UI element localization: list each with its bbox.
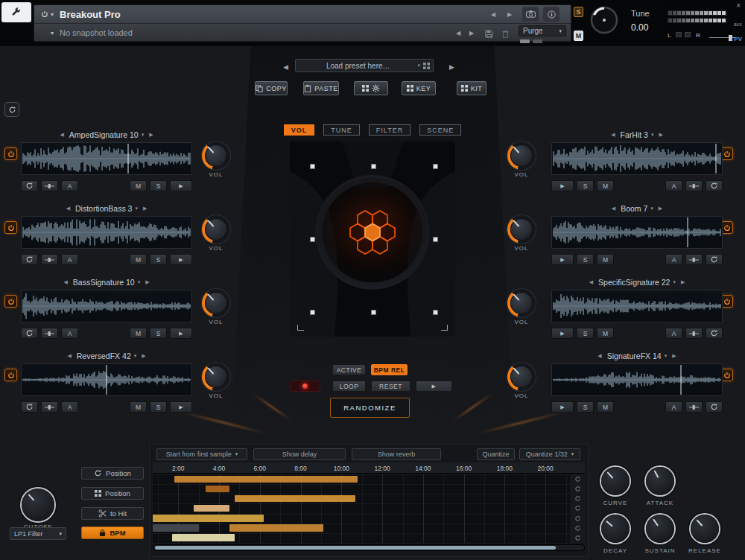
prev-sample-arrow[interactable]: ◀ [589, 279, 593, 285]
prev-preset-arrow[interactable]: ◀ [283, 63, 288, 71]
reload-sample-button[interactable] [21, 254, 38, 265]
delete-snapshot-icon[interactable] [499, 28, 511, 39]
waveform-display[interactable] [22, 144, 191, 174]
reload-sample-button[interactable] [21, 180, 38, 191]
timeline-bar[interactable] [194, 505, 229, 512]
mute-badge[interactable]: M [574, 31, 583, 41]
close-icon[interactable]: × [736, 1, 741, 10]
reload-sample-button[interactable] [21, 328, 38, 339]
solo-badge[interactable]: S [574, 7, 583, 17]
row-loop-icon[interactable] [571, 494, 585, 503]
sample-name-dropdown[interactable]: ReversedFX 42▾ [77, 351, 136, 360]
key-mode-button[interactable]: KEY [402, 81, 436, 95]
waveform-display[interactable] [22, 365, 191, 395]
timeline-grid[interactable] [153, 474, 570, 543]
quantize-button[interactable]: Quantize [477, 448, 515, 460]
prev-sample-arrow[interactable]: ◀ [612, 206, 615, 211]
timeline-bar[interactable] [153, 515, 264, 522]
play-sample-button[interactable]: ▶ [170, 180, 192, 191]
volume-knob[interactable] [507, 141, 536, 170]
row-loop-icon[interactable] [571, 484, 585, 494]
waveform-display[interactable] [553, 365, 721, 395]
power-button[interactable] [4, 221, 17, 234]
tune-value[interactable]: 0.00 [631, 22, 648, 33]
timeline-bar[interactable] [174, 476, 358, 483]
attack-knob[interactable] [646, 467, 674, 495]
selection-handle[interactable] [433, 237, 438, 242]
position-loop-button[interactable]: Position [81, 467, 144, 480]
mute-button[interactable]: M [130, 254, 147, 265]
row-loop-icon[interactable] [571, 514, 585, 524]
chevron-down-icon[interactable]: ▾ [51, 11, 54, 18]
prev-sample-arrow[interactable]: ◀ [67, 353, 71, 359]
reload-sample-button[interactable] [706, 180, 723, 191]
global-reload-button[interactable] [4, 102, 19, 117]
chevron-down-icon[interactable]: ▾ [51, 30, 54, 36]
timeline-ruler[interactable]: 2:004:006:008:0010:0012:0014:0016:0018:0… [153, 462, 585, 474]
next-instrument-arrow[interactable]: ▶ [507, 11, 512, 18]
kit-settings-button[interactable] [354, 81, 388, 95]
sample-name-dropdown[interactable]: SignatureFX 14▾ [607, 351, 667, 360]
play-sample-button[interactable]: ▶ [551, 328, 574, 339]
selection-handle[interactable] [310, 237, 315, 242]
selection-handle[interactable] [371, 164, 376, 169]
kit-mode-button[interactable]: KIT [457, 81, 486, 95]
timeline-bar[interactable] [235, 495, 356, 503]
mute-button[interactable]: M [597, 328, 614, 339]
decay-knob[interactable] [601, 515, 630, 543]
tune-knob[interactable] [589, 5, 619, 35]
row-loop-icon[interactable] [571, 474, 585, 484]
trim-button[interactable] [41, 254, 58, 265]
reset-button[interactable]: RESET [371, 381, 410, 392]
prev-sample-arrow[interactable]: ◀ [66, 206, 70, 211]
next-sample-arrow[interactable]: ▶ [142, 353, 145, 359]
waveform-display[interactable] [553, 144, 721, 174]
prev-sample-arrow[interactable]: ◀ [611, 132, 615, 138]
selection-handle[interactable] [433, 310, 438, 315]
waveform-display[interactable] [553, 217, 721, 247]
trim-button[interactable] [41, 180, 58, 191]
mute-button[interactable]: M [130, 401, 147, 413]
snapshot-camera-icon[interactable] [522, 7, 539, 22]
play-sample-button[interactable]: ▶ [170, 328, 192, 339]
bpm-rel-button[interactable]: BPM REL [371, 364, 408, 375]
show-delay-button[interactable]: Show delay [253, 448, 346, 460]
prev-snapshot-arrow[interactable]: ◀ [456, 30, 460, 36]
info-icon[interactable] [543, 7, 559, 22]
active-button[interactable]: ACTIVE [332, 364, 366, 375]
prev-instrument-arrow[interactable]: ◀ [491, 11, 495, 18]
mute-button[interactable]: M [597, 254, 614, 265]
next-sample-arrow[interactable]: ▶ [145, 279, 149, 285]
pv-label[interactable]: PV [734, 36, 742, 42]
a-button[interactable]: A [665, 180, 682, 191]
copy-button[interactable]: COPY [255, 81, 288, 95]
aux-label[interactable]: aux [734, 22, 742, 27]
position-grid-button[interactable]: Position [81, 487, 144, 500]
purge-dropdown[interactable]: Purge▾ [519, 25, 566, 36]
timeline-bar[interactable] [206, 486, 229, 493]
sample-name-dropdown[interactable]: FarHit 3▾ [621, 130, 654, 139]
tab-tune[interactable]: TUNE [323, 124, 360, 136]
mute-button[interactable]: M [597, 180, 614, 191]
volume-knob[interactable] [507, 363, 536, 391]
volume-knob[interactable] [202, 215, 230, 244]
a-button[interactable]: A [61, 180, 78, 191]
release-knob[interactable] [691, 515, 719, 543]
meter-config-icon[interactable] [685, 32, 691, 37]
prev-sample-arrow[interactable]: ◀ [60, 132, 63, 138]
play-sample-button[interactable]: ▶ [551, 180, 574, 191]
power-button[interactable] [4, 369, 17, 381]
trim-button[interactable] [685, 180, 703, 191]
timeline-bar[interactable] [172, 534, 235, 541]
trim-button[interactable] [685, 401, 703, 413]
row-loop-icon[interactable] [571, 533, 585, 543]
play-sample-button[interactable]: ▶ [551, 254, 574, 265]
sample-name-dropdown[interactable]: BassSignature 10▾ [73, 278, 140, 287]
output-fader[interactable] [709, 35, 736, 41]
next-sample-arrow[interactable]: ▶ [672, 353, 676, 359]
record-indicator[interactable] [290, 381, 320, 392]
to-hit-button[interactable]: to Hit [81, 507, 144, 520]
a-button[interactable]: A [665, 254, 682, 265]
a-button[interactable]: A [665, 401, 682, 413]
waveform-display[interactable] [553, 291, 721, 321]
